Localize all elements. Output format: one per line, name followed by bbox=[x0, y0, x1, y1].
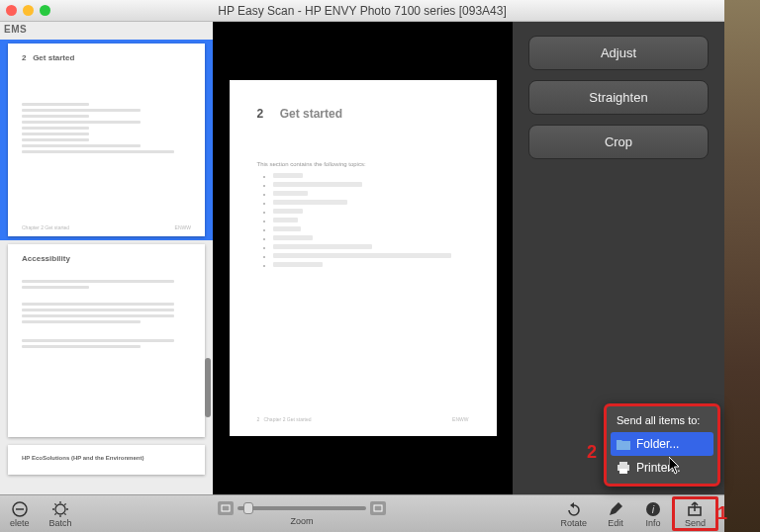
printer-icon bbox=[617, 462, 630, 474]
window-controls bbox=[6, 5, 50, 16]
edit-button[interactable]: Edit bbox=[597, 496, 634, 531]
svg-rect-8 bbox=[619, 462, 627, 465]
edit-icon bbox=[607, 501, 624, 517]
page-subtitle: This section contains the following topi… bbox=[257, 161, 469, 167]
zoom-slider-knob[interactable] bbox=[243, 502, 253, 514]
thumbnail-page: 2 Get started Chapter 2 Get startedENWW bbox=[8, 44, 205, 236]
adjust-button[interactable]: Adjust bbox=[528, 36, 709, 70]
thumbnail-item[interactable]: HP EcoSolutions (HP and the Environment) bbox=[0, 441, 213, 479]
main-preview[interactable]: 2 Get started This section contains the … bbox=[213, 22, 513, 494]
rotate-icon bbox=[565, 501, 583, 517]
info-icon: i bbox=[644, 501, 662, 517]
zoom-in-button[interactable] bbox=[370, 501, 386, 515]
page-chapter-number: 2 bbox=[257, 107, 264, 121]
thumbnail-item-selected[interactable]: 2 Get started Chapter 2 Get startedENWW bbox=[0, 40, 213, 240]
annotation-label-1: 1 bbox=[717, 503, 727, 524]
zoom-control: Zoom bbox=[218, 501, 386, 526]
toolbar-right-group: Rotate Edit i Info Send bbox=[550, 496, 718, 531]
send-to-printer-item[interactable]: Printer... bbox=[611, 456, 713, 480]
send-popup-title: Send all items to: bbox=[611, 412, 713, 432]
send-button[interactable]: Send bbox=[675, 499, 715, 528]
batch-button[interactable]: Batch bbox=[40, 499, 82, 528]
titlebar[interactable]: HP Easy Scan - HP ENVY Photo 7100 series… bbox=[0, 0, 724, 22]
page-footer: 2 Chapter 2 Get started ENWW bbox=[257, 416, 469, 422]
thumbnail-page: Accessibility bbox=[8, 244, 205, 437]
bottom-toolbar: elete Batch Zoom bbox=[0, 494, 724, 532]
window-title: HP Easy Scan - HP ENVY Photo 7100 series… bbox=[218, 4, 507, 18]
sidebar-scrollbar[interactable] bbox=[205, 358, 211, 417]
page-chapter-title: Get started bbox=[280, 107, 342, 121]
send-to-folder-item[interactable]: Folder... bbox=[611, 432, 713, 456]
annotation-label-2: 2 bbox=[587, 442, 597, 463]
toolbar-left-group: elete Batch bbox=[0, 499, 82, 528]
cursor-icon bbox=[669, 457, 683, 475]
thumbnail-item[interactable]: Accessibility bbox=[0, 240, 213, 441]
svg-rect-4 bbox=[374, 505, 382, 511]
zoom-out-button[interactable] bbox=[218, 501, 234, 515]
zoom-slider[interactable] bbox=[238, 506, 366, 510]
share-icon bbox=[686, 501, 704, 517]
rotate-button[interactable]: Rotate bbox=[550, 496, 597, 531]
minimize-window-button[interactable] bbox=[23, 5, 34, 16]
info-button[interactable]: i Info bbox=[634, 496, 672, 531]
sidebar-header: EMS bbox=[0, 22, 31, 37]
thumbnail-sidebar[interactable]: EMS 2 Get started Chapter 2 Get startedE… bbox=[0, 22, 213, 494]
folder-icon bbox=[617, 438, 630, 450]
crop-button[interactable]: Crop bbox=[528, 125, 709, 159]
document-page: 2 Get started This section contains the … bbox=[230, 80, 497, 436]
app-window: HP Easy Scan - HP ENVY Photo 7100 series… bbox=[0, 0, 724, 532]
delete-icon bbox=[11, 501, 29, 517]
svg-rect-10 bbox=[619, 469, 627, 474]
svg-point-2 bbox=[55, 504, 65, 514]
straighten-button[interactable]: Straighten bbox=[528, 80, 709, 115]
batch-icon bbox=[51, 501, 69, 517]
send-button-highlight: Send bbox=[672, 496, 718, 531]
send-popup: Send all items to: Folder... Printer... bbox=[604, 403, 720, 487]
svg-rect-3 bbox=[222, 505, 230, 511]
delete-button[interactable]: elete bbox=[0, 499, 40, 528]
page-topic-list bbox=[257, 173, 469, 267]
thumbnail-page: HP EcoSolutions (HP and the Environment) bbox=[8, 445, 205, 475]
close-window-button[interactable] bbox=[6, 5, 17, 16]
zoom-window-button[interactable] bbox=[40, 5, 50, 16]
thumbnail-list: 2 Get started Chapter 2 Get startedENWW … bbox=[0, 22, 213, 479]
